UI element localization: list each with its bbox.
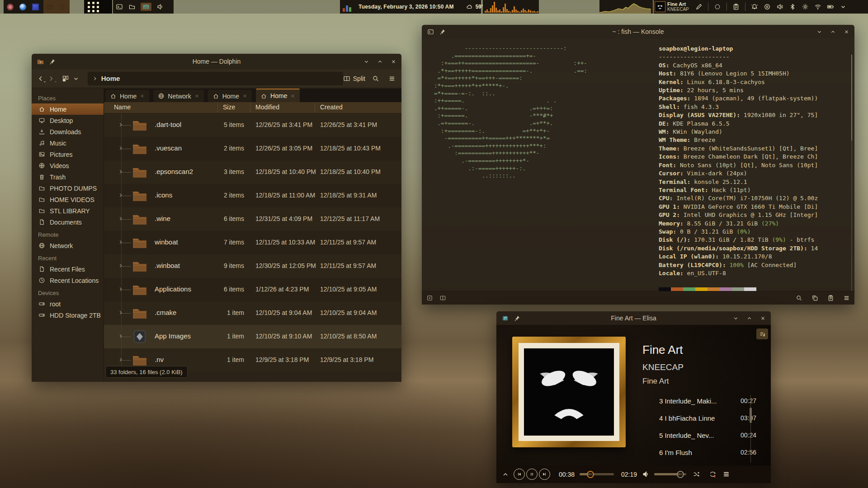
list-item-track[interactable]: 6 I'm Flush02:56 bbox=[650, 444, 757, 461]
scrollbar[interactable] bbox=[851, 55, 852, 294]
dolphin-titlebar[interactable]: Home — Dolphin bbox=[32, 54, 401, 69]
hamburger-menu-icon[interactable] bbox=[722, 470, 730, 478]
sidebar-item-documents[interactable]: Documents bbox=[32, 216, 104, 228]
cassette-icon[interactable] bbox=[141, 3, 151, 11]
breadcrumb[interactable]: Home bbox=[88, 72, 343, 85]
sidebar-item-videos[interactable]: Videos bbox=[32, 160, 104, 171]
sidebar-item-stl-library[interactable]: STL LIBRARY bbox=[32, 205, 104, 216]
sidebar-item-desktop[interactable]: Desktop bbox=[32, 115, 104, 126]
seek-slider[interactable] bbox=[580, 473, 614, 475]
speaker-small-icon[interactable] bbox=[156, 3, 164, 11]
sidebar-item-recent-files[interactable]: Recent Files bbox=[32, 263, 104, 275]
media-disc-icon[interactable] bbox=[763, 3, 771, 11]
battery-icon[interactable] bbox=[826, 3, 835, 11]
sidebar-item-photo-dumps[interactable]: PHOTO DUMPS bbox=[32, 183, 104, 194]
repeat-button[interactable] bbox=[709, 470, 717, 478]
expand-chevron-icon[interactable] bbox=[118, 216, 124, 224]
media-widget-text[interactable]: Fine Art KNEECAP bbox=[667, 2, 689, 12]
tab-home-2[interactable]: Home bbox=[208, 90, 252, 102]
mute-button[interactable] bbox=[642, 470, 650, 478]
tray-app-1-icon[interactable] bbox=[46, 3, 54, 11]
expand-chevron-icon[interactable] bbox=[118, 310, 124, 318]
split-view-icon[interactable] bbox=[439, 295, 446, 301]
pin-icon[interactable] bbox=[438, 28, 446, 36]
minimize-button[interactable] bbox=[816, 28, 823, 35]
view-mode-icon[interactable] bbox=[60, 73, 71, 84]
close-tab-icon[interactable] bbox=[242, 94, 247, 99]
close-tab-icon[interactable] bbox=[140, 94, 145, 99]
files-app-icon[interactable] bbox=[128, 3, 136, 11]
sidebar-item-home-videos[interactable]: HOME VIDEOS bbox=[32, 194, 104, 205]
column-header-size[interactable]: Size bbox=[223, 103, 235, 111]
pen-tool-icon[interactable] bbox=[695, 3, 703, 11]
table-row[interactable]: .vuescan2 items12/26/25 at 3:05 PM12/18/… bbox=[104, 137, 401, 160]
table-row[interactable]: winboat7 items12/11/25 at 10:33 AM12/11/… bbox=[104, 231, 401, 254]
minimize-button[interactable] bbox=[363, 58, 370, 65]
table-row[interactable]: .wine6 items12/31/25 at 4:09 PM12/12/25 … bbox=[104, 207, 401, 231]
list-item-track[interactable]: 5 Interlude_ Nev...00:24 bbox=[650, 427, 757, 444]
sidebar-item-pictures[interactable]: Pictures bbox=[32, 149, 104, 160]
pause-button[interactable] bbox=[526, 469, 538, 480]
clipboard-icon[interactable] bbox=[732, 3, 740, 11]
table-row[interactable]: App Images1 item12/10/25 at 9:10 AM12/10… bbox=[104, 325, 401, 348]
expand-chevron-icon[interactable] bbox=[118, 286, 124, 294]
panel-app-launcher[interactable] bbox=[84, 0, 112, 14]
playlist-toggle-button[interactable] bbox=[756, 328, 768, 339]
column-header-created[interactable]: Created bbox=[320, 103, 343, 111]
maximize-button[interactable] bbox=[829, 28, 836, 35]
paste-icon[interactable] bbox=[827, 295, 834, 301]
app-logo-maroon[interactable] bbox=[6, 3, 14, 11]
expand-chevron-icon[interactable] bbox=[118, 333, 124, 341]
volume-icon[interactable] bbox=[776, 3, 784, 11]
terminal-output[interactable]: -----------------------------: .========… bbox=[422, 38, 854, 291]
search-icon[interactable] bbox=[796, 295, 802, 301]
close-tab-icon[interactable] bbox=[290, 94, 295, 99]
maximize-button[interactable] bbox=[376, 58, 383, 65]
expand-chevron-icon[interactable] bbox=[118, 192, 124, 200]
table-row[interactable]: .dart-tool5 items12/26/25 at 3:41 PM12/2… bbox=[104, 113, 401, 137]
expand-chevron-icon[interactable] bbox=[118, 357, 124, 365]
table-row[interactable]: .cmake1 item12/10/25 at 9:04 AM12/10/25 … bbox=[104, 301, 401, 325]
elisa-titlebar[interactable]: Fine Art — Elisa bbox=[496, 311, 771, 325]
close-button[interactable] bbox=[390, 58, 397, 65]
table-row[interactable]: .winboat9 items12/30/25 at 12:05 PM12/11… bbox=[104, 254, 401, 278]
view-mode-chevron-icon[interactable] bbox=[71, 73, 81, 84]
hamburger-menu-icon[interactable] bbox=[386, 73, 398, 84]
sidebar-item-trash[interactable]: Trash bbox=[32, 171, 104, 183]
sidebar-item-recent-locations[interactable]: Recent Locations bbox=[32, 275, 104, 286]
hamburger-menu-icon[interactable] bbox=[843, 295, 850, 301]
shuffle-button[interactable] bbox=[693, 470, 700, 478]
media-album-thumb[interactable] bbox=[655, 1, 665, 12]
clock[interactable]: Tuesday, February 3, 2026 10:50 AM bbox=[354, 4, 458, 10]
app-logo-blue-circle[interactable] bbox=[19, 3, 27, 11]
wifi-icon[interactable] bbox=[814, 3, 822, 11]
konsole-titlebar[interactable]: ~ : fish — Konsole bbox=[422, 25, 854, 38]
forward-button[interactable] bbox=[46, 73, 56, 84]
table-row[interactable]: Applications6 items1/12/26 at 4:23 PM12/… bbox=[104, 278, 401, 301]
bluetooth-icon[interactable] bbox=[788, 3, 797, 11]
column-header-modified[interactable]: Modified bbox=[255, 103, 279, 111]
sidebar-item-network[interactable]: Network bbox=[32, 240, 104, 251]
back-button[interactable] bbox=[35, 73, 46, 84]
pin-icon[interactable] bbox=[513, 314, 521, 322]
sidebar-item-home[interactable]: Home bbox=[32, 103, 104, 115]
sidebar-item-root[interactable]: root bbox=[32, 298, 104, 310]
close-button[interactable] bbox=[759, 314, 766, 322]
copy-icon[interactable] bbox=[811, 295, 818, 301]
tab-network-1[interactable]: Network bbox=[153, 90, 203, 102]
expand-tray-icon[interactable] bbox=[839, 3, 847, 11]
notification-bell-icon[interactable] bbox=[750, 3, 759, 11]
screenshot-circle-icon[interactable] bbox=[713, 3, 722, 11]
sidebar-item-hdd-storage-2tb[interactable]: HDD Storage 2TB bbox=[32, 310, 104, 321]
system-monitor-bars[interactable] bbox=[340, 2, 354, 12]
expand-chevron-icon[interactable] bbox=[118, 169, 124, 177]
tray-app-2-icon[interactable] bbox=[58, 3, 66, 11]
sidebar-item-downloads[interactable]: Downloads bbox=[32, 126, 104, 137]
expand-chevron-icon[interactable] bbox=[118, 145, 124, 153]
list-item-track[interactable]: 4 I bhFiacha Linne03:07 bbox=[650, 410, 757, 427]
list-item-track[interactable]: 3 Interlude_ Maki...00:27 bbox=[650, 393, 757, 410]
terminal-app-icon[interactable] bbox=[115, 3, 123, 11]
previous-track-button[interactable] bbox=[514, 469, 525, 480]
next-track-button[interactable] bbox=[539, 469, 550, 480]
pin-icon[interactable] bbox=[48, 57, 56, 66]
